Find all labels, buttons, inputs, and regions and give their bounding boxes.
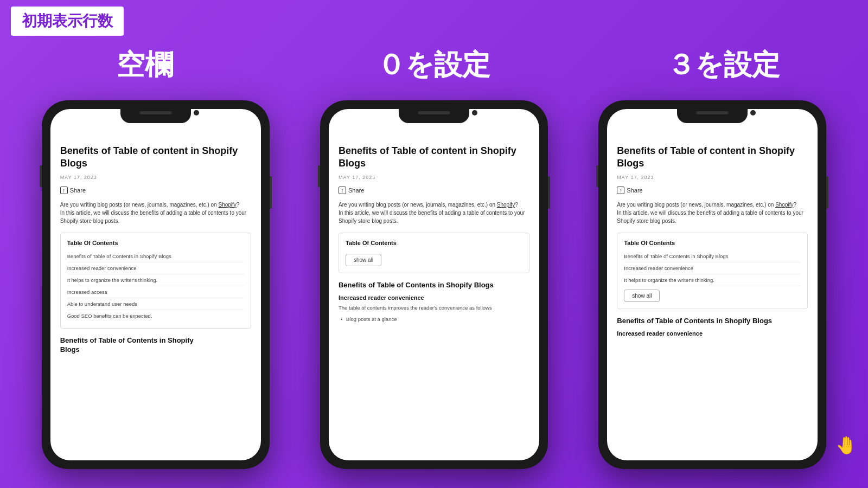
blog-intro-3: Are you writing blog posts (or news, jou… — [617, 201, 808, 225]
section-heading-3: Benefits of Table of Contents in Shopify… — [617, 317, 808, 326]
column-headers: 空欄 ０を設定 ３を設定 — [0, 0, 868, 95]
intro-text-2b: In this article, we will discuss the ben… — [339, 210, 525, 224]
shopify-link-1[interactable]: Shopify — [218, 202, 236, 208]
phone-screen-2: Benefits of Table of content in Shopify … — [329, 109, 539, 460]
toc-title-1: Table Of Contents — [67, 240, 244, 246]
toc-item-1-5[interactable]: Good SEO benefits can be expected. — [67, 310, 244, 322]
phone-screen-3: Benefits of Table of content in Shopify … — [607, 109, 818, 460]
phones-container: Benefits of Table of content in Shopify … — [0, 100, 868, 469]
blog-date-1: MAY 17, 2023 — [60, 175, 251, 180]
shopify-link-3[interactable]: Shopify — [775, 202, 793, 208]
phone-camera-2 — [472, 110, 477, 115]
blog-date-2: MAY 17, 2023 — [339, 175, 529, 180]
blog-intro-2: Are you writing blog posts (or news, jou… — [339, 201, 529, 225]
toc-item-1-1[interactable]: Increased reader convenience — [67, 262, 244, 274]
toc-item-3-2[interactable]: It helps to organize the writer's thinki… — [624, 274, 801, 286]
share-label-3: Share — [627, 187, 642, 194]
blog-date-3: MAY 17, 2023 — [617, 175, 808, 180]
intro-text-3b: In this article, we will discuss the ben… — [617, 210, 803, 224]
toc-item-1-2[interactable]: It helps to organize the writer's thinki… — [67, 274, 244, 286]
shopify-link-2[interactable]: Shopify — [497, 202, 515, 208]
phone-speaker-2 — [418, 111, 450, 114]
toc-item-1-0[interactable]: Benefits of Table of Contents in Shopify… — [67, 251, 244, 262]
intro-text-1b: In this article, we will discuss the ben… — [60, 210, 247, 224]
toc-item-3-1[interactable]: Increased reader convenience — [624, 262, 801, 274]
bullet-item-2-1: Blog posts at a glance — [339, 316, 529, 322]
share-btn-1[interactable]: ↑ Share — [60, 187, 251, 194]
toc-title-3: Table Of Contents — [624, 240, 801, 246]
share-icon-2: ↑ — [339, 187, 346, 194]
section-text-2: The table of contents improves the reade… — [339, 304, 529, 312]
col-header-zero: ０を設定 — [291, 46, 577, 84]
screen-content-1: Benefits of Table of content in Shopify … — [50, 136, 261, 460]
col-header-three: ３を設定 — [580, 46, 866, 84]
blog-intro-1: Are you writing blog posts (or news, jou… — [60, 201, 251, 225]
screen-content-3: Benefits of Table of content in Shopify … — [607, 136, 818, 460]
toc-box-1: Table Of Contents Benefits of Table of C… — [60, 233, 251, 329]
blog-title-3: Benefits of Table of content in Shopify … — [617, 145, 808, 170]
phone-speaker-1 — [139, 111, 172, 114]
share-icon-3: ↑ — [617, 187, 624, 194]
section-heading-2: Benefits of Table of Contents in Shopify… — [339, 281, 529, 290]
phone-speaker-3 — [696, 111, 729, 114]
blog-title-2: Benefits of Table of content in Shopify … — [339, 145, 529, 170]
section-sub-2: Increased reader convenience — [339, 294, 529, 301]
hand-cursor-icon: 🤚 — [835, 435, 857, 455]
intro-text-1a: Are you writing blog posts (or news, jou… — [60, 202, 240, 208]
show-all-btn-3[interactable]: show all — [624, 290, 660, 302]
toc-box-2: Table Of Contents show all — [339, 233, 529, 273]
share-label-2: Share — [348, 187, 364, 194]
toc-item-1-3[interactable]: Increased access — [67, 286, 244, 298]
intro-text-3a: Are you writing blog posts (or news, jou… — [617, 202, 796, 208]
phone-camera-1 — [194, 110, 199, 115]
col-header-empty: 空欄 — [2, 46, 288, 84]
screen-content-2: Benefits of Table of content in Shopify … — [329, 136, 539, 460]
section-end-3: Increased reader convenience — [617, 330, 808, 337]
phone-screen-1: Benefits of Table of content in Shopify … — [50, 109, 261, 460]
toc-item-1-4[interactable]: Able to understand user needs — [67, 298, 244, 310]
toc-title-2: Table Of Contents — [346, 240, 522, 246]
share-icon-1: ↑ — [60, 187, 68, 194]
share-label-1: Share — [70, 187, 86, 194]
blog-title-1: Benefits of Table of content in Shopify … — [60, 145, 251, 170]
share-btn-2[interactable]: ↑ Share — [339, 187, 529, 194]
phone-three: Benefits of Table of content in Shopify … — [598, 100, 826, 469]
phone-empty: Benefits of Table of content in Shopify … — [42, 100, 270, 469]
section-heading-1: Benefits of Table of Contents in Shopify… — [60, 336, 251, 355]
toc-box-3: Table Of Contents Benefits of Table of C… — [617, 233, 808, 309]
share-btn-3[interactable]: ↑ Share — [617, 187, 808, 194]
show-all-btn-2[interactable]: show all — [346, 254, 381, 266]
toc-item-3-0[interactable]: Benefits of Table of Contents in Shopify… — [624, 251, 801, 262]
top-label-box: 初期表示行数 — [11, 7, 124, 36]
intro-text-2a: Are you writing blog posts (or news, jou… — [339, 202, 518, 208]
top-label-text: 初期表示行数 — [22, 12, 113, 29]
phone-zero: Benefits of Table of content in Shopify … — [320, 100, 548, 469]
